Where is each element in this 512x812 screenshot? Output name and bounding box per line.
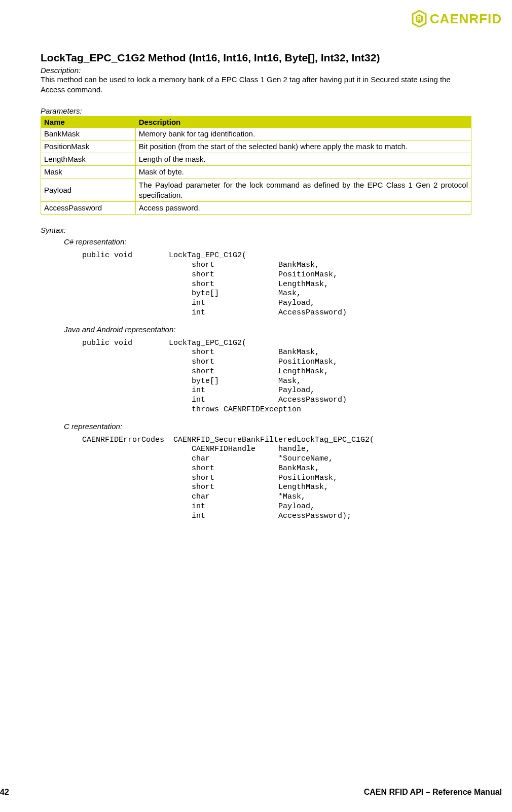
- description-label: Description:: [41, 66, 471, 75]
- java-label: Java and Android representation:: [64, 325, 471, 334]
- c-code: CAENRFIDErrorCodes CAENRFID_SecureBankFi…: [82, 436, 471, 521]
- csharp-label: C# representation:: [64, 237, 471, 246]
- param-name: Mask: [41, 166, 136, 179]
- param-desc: Length of the mask.: [135, 153, 471, 166]
- manual-title: CAEN RFID API – Reference Manual: [364, 788, 502, 797]
- param-name: Payload: [41, 179, 136, 202]
- param-desc: Bit position (from the start of the sele…: [135, 140, 471, 153]
- param-name: AccessPassword: [41, 202, 136, 215]
- param-name: BankMask: [41, 127, 136, 140]
- syntax-label: Syntax:: [41, 226, 471, 234]
- page-footer: 42 CAEN RFID API – Reference Manual: [0, 788, 512, 797]
- java-code: public void LockTag_EPC_C1G2( short Bank…: [82, 339, 471, 415]
- brand-logo: R CAENRFID: [41, 10, 502, 27]
- brand-logo-icon: R: [412, 10, 427, 27]
- table-row: LengthMask Length of the mask.: [41, 153, 471, 166]
- table-row: Mask Mask of byte.: [41, 166, 471, 179]
- param-name: PositionMask: [41, 140, 136, 153]
- param-name: LengthMask: [41, 153, 136, 166]
- param-desc: Access password.: [135, 202, 471, 215]
- page-number: 42: [0, 788, 9, 797]
- param-desc: Mask of byte.: [135, 166, 471, 179]
- c-label: C representation:: [64, 422, 471, 431]
- svg-text:R: R: [417, 15, 421, 22]
- param-desc: Memory bank for tag identification.: [135, 127, 471, 140]
- parameters-table: Name Description BankMask Memory bank fo…: [41, 116, 471, 215]
- table-row: AccessPassword Access password.: [41, 202, 471, 215]
- description-text: This method can be used to lock a memory…: [41, 75, 471, 95]
- table-header-row: Name Description: [41, 116, 471, 127]
- csharp-code: public void LockTag_EPC_C1G2( short Bank…: [82, 251, 471, 317]
- parameters-label: Parameters:: [41, 107, 471, 115]
- table-row: Payload The Payload parameter for the lo…: [41, 179, 471, 202]
- col-desc-header: Description: [135, 116, 471, 127]
- method-title: LockTag_EPC_C1G2 Method (Int16, Int16, I…: [41, 52, 471, 64]
- table-row: PositionMask Bit position (from the star…: [41, 140, 471, 153]
- table-row: BankMask Memory bank for tag identificat…: [41, 127, 471, 140]
- brand-logo-text: CAENRFID: [430, 11, 502, 27]
- param-desc: The Payload parameter for the lock comma…: [135, 179, 471, 202]
- col-name-header: Name: [41, 116, 136, 127]
